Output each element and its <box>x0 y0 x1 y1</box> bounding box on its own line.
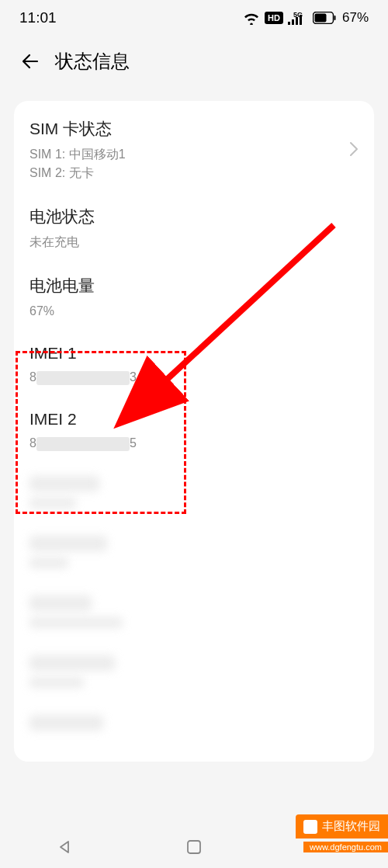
battery-icon <box>313 12 336 24</box>
info-card: SIM 卡状态 SIM 1: 中国移动1 SIM 2: 无卡 电池状态 未在充电… <box>14 101 374 762</box>
redacted-block <box>36 437 130 451</box>
signal-icon: 5G <box>288 11 308 25</box>
imei1-title: IMEI 1 <box>29 344 359 363</box>
status-indicators: HD 5G 67% <box>243 10 369 26</box>
svg-rect-9 <box>334 16 335 20</box>
square-home-icon <box>187 840 201 854</box>
back-arrow-icon <box>20 51 40 71</box>
imei2-item: IMEI 2 85 <box>29 410 359 453</box>
blurred-item <box>29 476 359 509</box>
battery-level-item: 电池电量 67% <box>29 275 359 321</box>
imei2-title: IMEI 2 <box>29 410 359 429</box>
svg-rect-12 <box>188 841 200 853</box>
back-button[interactable] <box>19 50 41 72</box>
sim1-value: SIM 1: 中国移动1 <box>29 145 359 164</box>
svg-rect-3 <box>288 22 290 25</box>
page-header: 状态信息 <box>0 35 388 89</box>
blurred-item <box>29 536 359 568</box>
svg-rect-6 <box>300 15 302 25</box>
svg-rect-5 <box>296 17 298 25</box>
watermark-text: 丰图软件园 <box>322 819 380 834</box>
imei1-suffix: 3 <box>130 370 137 384</box>
battery-status-title: 电池状态 <box>29 206 359 227</box>
nav-home-button[interactable] <box>184 837 204 857</box>
redacted-block <box>36 371 130 385</box>
svg-rect-8 <box>314 13 326 22</box>
sim-status-title: SIM 卡状态 <box>29 118 359 140</box>
svg-text:HD: HD <box>268 13 280 23</box>
battery-status-value: 未在充电 <box>29 233 359 252</box>
status-time: 11:01 <box>19 9 57 26</box>
blurred-item <box>29 655 359 688</box>
battery-status-item: 电池状态 未在充电 <box>29 206 359 252</box>
svg-rect-4 <box>292 19 294 25</box>
nav-back-button[interactable] <box>54 837 74 857</box>
battery-percent: 67% <box>342 10 369 26</box>
imei1-prefix: 8 <box>29 370 36 384</box>
watermark-icon <box>303 820 317 834</box>
imei1-item: IMEI 1 83 <box>29 344 359 387</box>
triangle-back-icon <box>57 839 72 855</box>
sim2-value: SIM 2: 无卡 <box>29 164 359 182</box>
battery-level-title: 电池电量 <box>29 275 359 297</box>
sim-status-item[interactable]: SIM 卡状态 SIM 1: 中国移动1 SIM 2: 无卡 <box>29 118 359 182</box>
hd-icon: HD <box>265 12 283 24</box>
page-title: 状态信息 <box>55 49 130 74</box>
imei2-value: 85 <box>29 434 359 453</box>
imei1-value: 83 <box>29 368 359 387</box>
chevron-right-icon <box>349 141 359 160</box>
wifi-icon <box>243 11 260 25</box>
imei2-prefix: 8 <box>29 436 36 450</box>
battery-level-value: 67% <box>29 302 359 321</box>
watermark-url: www.dgfengtu.com <box>303 842 388 852</box>
imei2-suffix: 5 <box>130 436 137 450</box>
status-bar: 11:01 HD 5G 67% <box>0 0 388 35</box>
watermark: 丰图软件园 <box>296 814 388 838</box>
blurred-item <box>29 715 359 731</box>
blurred-item <box>29 595 359 628</box>
